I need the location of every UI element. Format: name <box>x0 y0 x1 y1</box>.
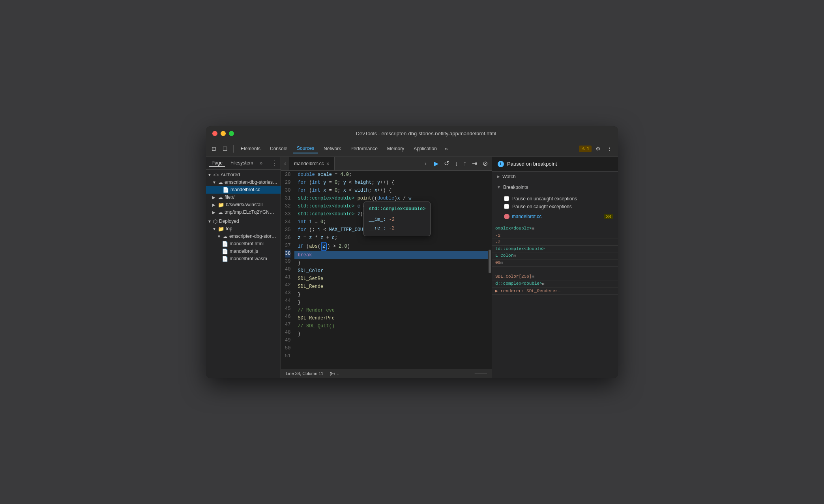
scope-row-1: omplex<double>⊞ <box>492 225 618 232</box>
tooltip-re-val: -2 <box>389 224 395 232</box>
scope-row-3: -2 <box>492 239 618 246</box>
sources-tab[interactable]: Sources <box>293 144 318 153</box>
performance-tab[interactable]: Performance <box>346 144 382 153</box>
right-panel: i Paused on breakpoint ▶ Watch ▼ Breakpo… <box>492 157 618 378</box>
settings-icon[interactable]: ⚙ <box>593 144 603 153</box>
application-tab[interactable]: Application <box>410 144 441 153</box>
tree-arrow-tmp: ▶ <box>212 210 218 215</box>
tree-item-authored[interactable]: ▼ <> Authored <box>206 171 281 179</box>
scope-val-8: SDL_Color[256] <box>495 274 532 279</box>
code-line-41: SDL_SetRe <box>294 275 492 283</box>
code-content[interactable]: double scale = 4.0; for (int y = 0; y < … <box>294 171 492 369</box>
tmp-label: tmp/tmp.ELcTq2YGN… <box>225 209 274 215</box>
tree-item-mandelbrot-js[interactable]: 📄 mandelbrot.js <box>206 248 281 255</box>
tree-item-deployed[interactable]: ▼ ⬡ Deployed <box>206 218 281 225</box>
code-line-46: // Render eve <box>294 306 492 314</box>
tree-arrow-emscripten2: ▼ <box>217 234 223 239</box>
tree-item-top[interactable]: ▼ 📁 top <box>206 225 281 233</box>
breakpoint-dot <box>504 214 509 219</box>
network-tab[interactable]: Network <box>320 144 345 153</box>
paused-label: Paused on breakpoint <box>507 161 557 167</box>
watch-section: ▶ Watch <box>492 172 618 182</box>
pause-caught-checkbox[interactable] <box>504 204 509 209</box>
navigate-forward-icon[interactable]: › <box>421 157 430 170</box>
pause-uncaught-checkbox[interactable] <box>504 196 509 201</box>
code-line-40: SDL_Color <box>294 267 492 275</box>
variable-tooltip: std::complex<double> __im_: -2 __re_: -2 <box>363 202 431 236</box>
tree-arrow-top: ▼ <box>212 227 218 231</box>
cloud-icon2: ☁ <box>218 194 223 200</box>
inspect-icon[interactable]: ⊡ <box>209 144 219 153</box>
editor-tab-label: mandelbrot.cc <box>294 161 324 166</box>
maximize-button[interactable] <box>229 131 234 136</box>
dots-menu-icon[interactable]: ⋮ <box>605 144 615 153</box>
resume-button[interactable]: ▶ <box>431 157 441 170</box>
editor-area: ‹ mandelbrot.cc × › ▶ ↺ ↓ ↑ ⇥ ⊘ 28 <box>281 157 492 378</box>
tooltip-row-re: __re_: -2 <box>369 224 425 233</box>
main-toolbar: ⊡ ☐ Elements Console Sources Network Per… <box>206 141 618 157</box>
console-tab[interactable]: Console <box>266 144 291 153</box>
file-label: file:// <box>225 194 234 200</box>
code-line-44: } <box>294 299 492 306</box>
tree-item-tmp[interactable]: ▶ ☁ tmp/tmp.ELcTq2YGN… <box>206 209 281 216</box>
tree-item-mandelbrot-cc[interactable]: ▷ 📄 mandelbrot.cc <box>206 186 281 194</box>
top-label: top <box>226 226 232 231</box>
scope-row-9: d::complex<double>▶ <box>492 280 618 287</box>
minimize-button[interactable] <box>221 131 226 136</box>
tooltip-row-im: __im_: -2 <box>369 215 425 224</box>
sidebar-more-icon[interactable]: » <box>259 160 262 166</box>
paused-banner: i Paused on breakpoint <box>492 157 618 172</box>
scope-row-8: SDL_Color[256]⊞ <box>492 273 618 280</box>
editor-tabs-bar: ‹ mandelbrot.cc × › ▶ ↺ ↓ ↑ ⇥ ⊘ <box>281 157 492 171</box>
breakpoints-header[interactable]: ▼ Breakpoints <box>492 182 618 192</box>
tab-filesystem[interactable]: Filesystem <box>228 159 255 166</box>
close-button[interactable] <box>212 131 217 136</box>
sidebar-menu-icon[interactable]: ⋮ <box>271 159 277 167</box>
step-out-button[interactable]: ↑ <box>461 157 469 170</box>
editor-tab-mandelbrot-cc[interactable]: mandelbrot.cc × <box>289 157 335 170</box>
deployed-label: Deployed <box>219 218 239 224</box>
scope-val-2: -2 <box>495 233 500 238</box>
tree-item-mandelbrot-html[interactable]: 📄 mandelbrot.html <box>206 240 281 248</box>
step-into-button[interactable]: ↓ <box>452 157 460 170</box>
code-line-47: SDL_RenderPre <box>294 314 492 322</box>
device-icon[interactable]: ☐ <box>220 144 230 153</box>
tooltip-re-key: __re_: <box>369 224 386 232</box>
tree-item-mandelbrot-wasm[interactable]: 📄 mandelbrot.wasm <box>206 255 281 263</box>
watch-arrow: ▶ <box>497 174 500 179</box>
navigate-back-icon[interactable]: ‹ <box>281 157 289 170</box>
tree-arrow-file2: ▶ <box>212 195 218 200</box>
status-bar-scroll: ──── <box>475 371 487 376</box>
watch-label: Watch <box>502 174 516 179</box>
watch-header[interactable]: ▶ Watch <box>492 172 618 182</box>
tab-page[interactable]: Page <box>209 159 225 167</box>
scope-row-4: td::complex<double> <box>492 246 618 252</box>
elements-tab[interactable]: Elements <box>237 144 264 153</box>
authored-label: Authored <box>221 172 240 177</box>
scrollbar-track[interactable] <box>488 171 492 369</box>
tree-item-emscripten2[interactable]: ▼ ☁ emscripten-dbg-stor… <box>206 233 281 240</box>
step-over-button[interactable]: ↺ <box>442 157 451 170</box>
code-editor[interactable]: 28 29 30 31 32 33 34 35 36 37 38 39 40 4… <box>281 171 492 369</box>
tree-arrow-bsw: ▶ <box>212 203 218 207</box>
tooltip-im-key: __im_: <box>369 216 386 224</box>
long-resume-button[interactable]: ⇥ <box>470 157 479 170</box>
tree-item-file[interactable]: ▶ ☁ file:// <box>206 194 281 201</box>
cloud-icon3: ☁ <box>218 209 223 215</box>
more-tabs-icon[interactable]: » <box>442 144 450 153</box>
memory-tab[interactable]: Memory <box>383 144 408 153</box>
scrollbar-thumb[interactable] <box>489 250 491 273</box>
tree-item-bsw[interactable]: ▶ 📁 b/s/w/ir/x/w/install <box>206 201 281 209</box>
breakpoints-content: Pause on uncaught exceptions Pause on ca… <box>492 192 618 225</box>
mandelbrot-wasm-label: mandelbrot.wasm <box>230 256 267 261</box>
breakpoints-label: Breakpoints <box>503 185 528 190</box>
deactivate-button[interactable]: ⊘ <box>480 157 490 170</box>
code-line-30: for (int x = 0; x < width; x++) { <box>294 187 492 194</box>
code-line-43: } <box>294 291 492 299</box>
code-line-29: for (int y = 0; y < height; y++) { <box>294 179 492 187</box>
warning-count: 1 <box>587 146 589 151</box>
tree-arrow-authored: ▼ <box>208 173 213 177</box>
scope-type-9: d::complex<double> <box>495 281 542 286</box>
close-tab-icon[interactable]: × <box>326 161 330 167</box>
tree-item-emscripten[interactable]: ▼ ☁ emscripten-dbg-stories… <box>206 179 281 186</box>
